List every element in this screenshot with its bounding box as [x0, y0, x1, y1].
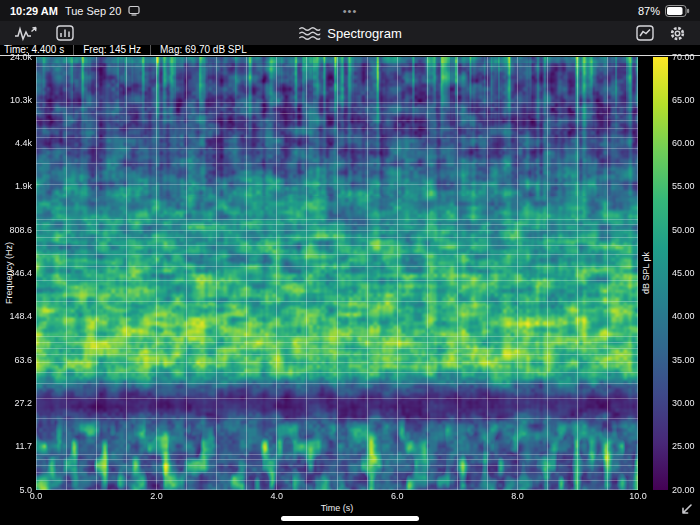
- colorbar[interactable]: [653, 57, 668, 490]
- line-chart-icon: [636, 25, 654, 41]
- colorbar-tick-label: 45.00: [672, 269, 695, 278]
- y-tick-label: 4.4k: [0, 139, 32, 148]
- cursor-readout-bar: Time: 4.400 s Freq: 145 Hz Mag: 69.70 dB…: [0, 45, 700, 56]
- colorbar-tick-label: 65.00: [672, 96, 695, 105]
- x-tick-label: 2.0: [150, 492, 163, 501]
- title-group: Spectrogram: [298, 21, 401, 45]
- x-tick-label: 0.0: [30, 492, 43, 501]
- x-tick-label: 6.0: [391, 492, 404, 501]
- readout-mag: Mag: 69.70 dB SPL: [150, 45, 256, 55]
- y-tick-label: 11.7: [0, 442, 32, 451]
- x-tick-label: 4.0: [271, 492, 284, 501]
- colorbar-tick-label: 30.00: [672, 399, 695, 408]
- colorbar-tick-label: 35.00: [672, 356, 695, 365]
- readout-freq: Freq: 145 Hz: [73, 45, 150, 55]
- status-right: 87%: [638, 5, 690, 17]
- collapse-plot-button[interactable]: [679, 502, 695, 518]
- input-source-button[interactable]: [14, 25, 38, 42]
- y-tick-label: 148.4: [0, 312, 32, 321]
- x-tick-label: 8.0: [511, 492, 524, 501]
- spectrogram-icon: [298, 26, 320, 41]
- y-axis-title: Frequency (Hz): [4, 242, 14, 304]
- colorbar-tick-label: 20.00: [672, 486, 695, 495]
- spectrogram-canvas[interactable]: [36, 57, 638, 490]
- waveform-arrow-icon: [14, 25, 38, 42]
- y-tick-label: 5.0: [0, 486, 32, 495]
- analysis-view-button[interactable]: [636, 25, 654, 41]
- multitask-dots[interactable]: •••: [343, 5, 358, 17]
- colorbar-tick-label: 50.00: [672, 226, 695, 235]
- x-tick-label: 10.0: [629, 492, 647, 501]
- clock: 10:29 AM: [10, 5, 58, 17]
- battery-percent: 87%: [638, 5, 660, 17]
- date: Tue Sep 20: [65, 5, 121, 17]
- status-indicator-icon: [128, 5, 140, 16]
- gear-icon: [669, 25, 686, 42]
- status-bar: 10:29 AM Tue Sep 20 ••• 87%: [0, 0, 700, 21]
- colorbar-tick-label: 25.00: [672, 442, 695, 451]
- meter-file-icon: [56, 25, 74, 41]
- y-tick-label: 1.9k: [0, 182, 32, 191]
- recorder-button[interactable]: [56, 25, 74, 41]
- page-title: Spectrogram: [327, 26, 401, 41]
- colorbar-tick-label: 60.00: [672, 139, 695, 148]
- toolbar-right: [636, 25, 686, 42]
- status-left: 10:29 AM Tue Sep 20: [10, 5, 140, 17]
- spectrogram-plot[interactable]: [36, 57, 638, 490]
- app-screen: 10:29 AM Tue Sep 20 ••• 87%: [0, 0, 700, 525]
- y-tick-label: 808.6: [0, 226, 32, 235]
- x-axis-title: Time (s): [36, 503, 638, 513]
- toolbar-left: [14, 25, 74, 42]
- toolbar: Spectrogram: [0, 21, 700, 45]
- battery-icon: [665, 5, 690, 17]
- readout-time: Time: 4.400 s: [0, 45, 73, 55]
- y-tick-label: 27.2: [0, 399, 32, 408]
- home-indicator[interactable]: [281, 516, 419, 521]
- y-tick-label: 10.3k: [0, 96, 32, 105]
- settings-button[interactable]: [669, 25, 686, 42]
- colorbar-title: dB SPL pk: [641, 252, 651, 294]
- colorbar-tick-label: 40.00: [672, 312, 695, 321]
- colorbar-tick-label: 55.00: [672, 182, 695, 191]
- y-tick-label: 63.6: [0, 356, 32, 365]
